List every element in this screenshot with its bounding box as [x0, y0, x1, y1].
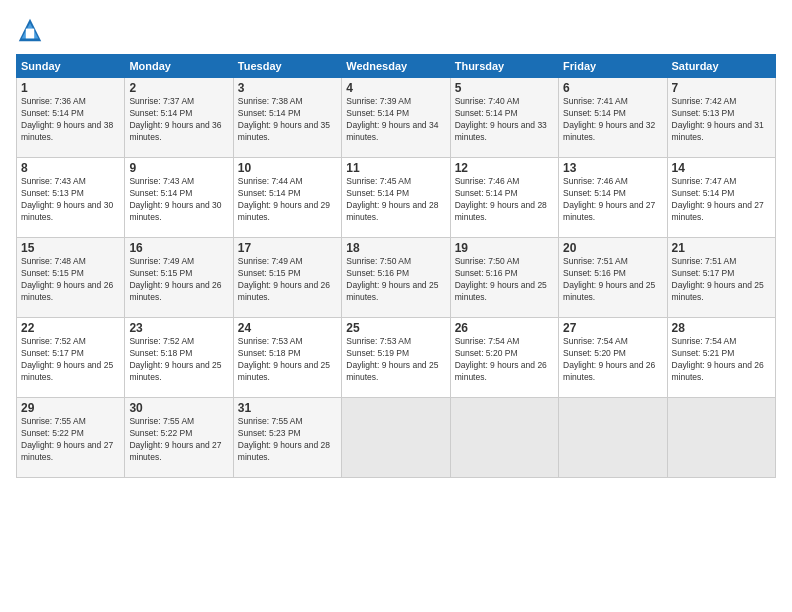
day-cell: 8 Sunrise: 7:43 AM Sunset: 5:13 PM Dayli… [17, 158, 125, 238]
day-cell [559, 398, 667, 478]
week-row-1: 1 Sunrise: 7:36 AM Sunset: 5:14 PM Dayli… [17, 78, 776, 158]
day-number: 31 [238, 401, 337, 415]
header-monday: Monday [125, 55, 233, 78]
day-number: 14 [672, 161, 771, 175]
day-cell: 22 Sunrise: 7:52 AM Sunset: 5:17 PM Dayl… [17, 318, 125, 398]
day-info: Sunrise: 7:49 AM Sunset: 5:15 PM Dayligh… [238, 256, 337, 304]
day-cell [450, 398, 558, 478]
day-cell: 21 Sunrise: 7:51 AM Sunset: 5:17 PM Dayl… [667, 238, 775, 318]
day-cell: 18 Sunrise: 7:50 AM Sunset: 5:16 PM Dayl… [342, 238, 450, 318]
week-row-2: 8 Sunrise: 7:43 AM Sunset: 5:13 PM Dayli… [17, 158, 776, 238]
day-number: 21 [672, 241, 771, 255]
day-cell: 16 Sunrise: 7:49 AM Sunset: 5:15 PM Dayl… [125, 238, 233, 318]
day-info: Sunrise: 7:49 AM Sunset: 5:15 PM Dayligh… [129, 256, 228, 304]
day-number: 11 [346, 161, 445, 175]
week-row-3: 15 Sunrise: 7:48 AM Sunset: 5:15 PM Dayl… [17, 238, 776, 318]
day-number: 26 [455, 321, 554, 335]
day-cell: 1 Sunrise: 7:36 AM Sunset: 5:14 PM Dayli… [17, 78, 125, 158]
day-number: 2 [129, 81, 228, 95]
calendar-page: SundayMondayTuesdayWednesdayThursdayFrid… [0, 0, 792, 486]
logo [16, 16, 46, 44]
day-cell: 2 Sunrise: 7:37 AM Sunset: 5:14 PM Dayli… [125, 78, 233, 158]
day-info: Sunrise: 7:40 AM Sunset: 5:14 PM Dayligh… [455, 96, 554, 144]
day-number: 9 [129, 161, 228, 175]
day-number: 20 [563, 241, 662, 255]
day-cell: 5 Sunrise: 7:40 AM Sunset: 5:14 PM Dayli… [450, 78, 558, 158]
day-cell [667, 398, 775, 478]
day-number: 18 [346, 241, 445, 255]
day-cell: 24 Sunrise: 7:53 AM Sunset: 5:18 PM Dayl… [233, 318, 341, 398]
week-row-5: 29 Sunrise: 7:55 AM Sunset: 5:22 PM Dayl… [17, 398, 776, 478]
day-info: Sunrise: 7:42 AM Sunset: 5:13 PM Dayligh… [672, 96, 771, 144]
day-cell: 30 Sunrise: 7:55 AM Sunset: 5:22 PM Dayl… [125, 398, 233, 478]
day-info: Sunrise: 7:41 AM Sunset: 5:14 PM Dayligh… [563, 96, 662, 144]
day-number: 17 [238, 241, 337, 255]
day-number: 27 [563, 321, 662, 335]
day-info: Sunrise: 7:55 AM Sunset: 5:22 PM Dayligh… [21, 416, 120, 464]
day-number: 24 [238, 321, 337, 335]
day-number: 16 [129, 241, 228, 255]
header-saturday: Saturday [667, 55, 775, 78]
day-cell: 17 Sunrise: 7:49 AM Sunset: 5:15 PM Dayl… [233, 238, 341, 318]
day-info: Sunrise: 7:53 AM Sunset: 5:19 PM Dayligh… [346, 336, 445, 384]
day-number: 7 [672, 81, 771, 95]
day-info: Sunrise: 7:38 AM Sunset: 5:14 PM Dayligh… [238, 96, 337, 144]
day-info: Sunrise: 7:55 AM Sunset: 5:22 PM Dayligh… [129, 416, 228, 464]
day-number: 10 [238, 161, 337, 175]
day-number: 4 [346, 81, 445, 95]
header [16, 16, 776, 44]
day-info: Sunrise: 7:52 AM Sunset: 5:17 PM Dayligh… [21, 336, 120, 384]
day-cell: 28 Sunrise: 7:54 AM Sunset: 5:21 PM Dayl… [667, 318, 775, 398]
day-info: Sunrise: 7:50 AM Sunset: 5:16 PM Dayligh… [455, 256, 554, 304]
header-tuesday: Tuesday [233, 55, 341, 78]
day-info: Sunrise: 7:39 AM Sunset: 5:14 PM Dayligh… [346, 96, 445, 144]
day-info: Sunrise: 7:54 AM Sunset: 5:20 PM Dayligh… [455, 336, 554, 384]
day-cell: 23 Sunrise: 7:52 AM Sunset: 5:18 PM Dayl… [125, 318, 233, 398]
day-cell: 13 Sunrise: 7:46 AM Sunset: 5:14 PM Dayl… [559, 158, 667, 238]
day-cell: 29 Sunrise: 7:55 AM Sunset: 5:22 PM Dayl… [17, 398, 125, 478]
day-cell: 4 Sunrise: 7:39 AM Sunset: 5:14 PM Dayli… [342, 78, 450, 158]
day-info: Sunrise: 7:54 AM Sunset: 5:21 PM Dayligh… [672, 336, 771, 384]
day-cell: 31 Sunrise: 7:55 AM Sunset: 5:23 PM Dayl… [233, 398, 341, 478]
day-info: Sunrise: 7:37 AM Sunset: 5:14 PM Dayligh… [129, 96, 228, 144]
day-number: 30 [129, 401, 228, 415]
svg-rect-2 [26, 29, 34, 39]
day-info: Sunrise: 7:54 AM Sunset: 5:20 PM Dayligh… [563, 336, 662, 384]
day-info: Sunrise: 7:55 AM Sunset: 5:23 PM Dayligh… [238, 416, 337, 464]
header-sunday: Sunday [17, 55, 125, 78]
day-number: 25 [346, 321, 445, 335]
day-info: Sunrise: 7:48 AM Sunset: 5:15 PM Dayligh… [21, 256, 120, 304]
day-number: 8 [21, 161, 120, 175]
day-cell: 14 Sunrise: 7:47 AM Sunset: 5:14 PM Dayl… [667, 158, 775, 238]
day-info: Sunrise: 7:51 AM Sunset: 5:16 PM Dayligh… [563, 256, 662, 304]
day-number: 29 [21, 401, 120, 415]
week-row-4: 22 Sunrise: 7:52 AM Sunset: 5:17 PM Dayl… [17, 318, 776, 398]
day-info: Sunrise: 7:50 AM Sunset: 5:16 PM Dayligh… [346, 256, 445, 304]
day-number: 22 [21, 321, 120, 335]
day-cell: 10 Sunrise: 7:44 AM Sunset: 5:14 PM Dayl… [233, 158, 341, 238]
day-info: Sunrise: 7:44 AM Sunset: 5:14 PM Dayligh… [238, 176, 337, 224]
header-wednesday: Wednesday [342, 55, 450, 78]
day-number: 12 [455, 161, 554, 175]
day-info: Sunrise: 7:46 AM Sunset: 5:14 PM Dayligh… [455, 176, 554, 224]
day-cell: 3 Sunrise: 7:38 AM Sunset: 5:14 PM Dayli… [233, 78, 341, 158]
day-info: Sunrise: 7:43 AM Sunset: 5:13 PM Dayligh… [21, 176, 120, 224]
day-info: Sunrise: 7:36 AM Sunset: 5:14 PM Dayligh… [21, 96, 120, 144]
day-info: Sunrise: 7:53 AM Sunset: 5:18 PM Dayligh… [238, 336, 337, 384]
day-number: 13 [563, 161, 662, 175]
day-info: Sunrise: 7:51 AM Sunset: 5:17 PM Dayligh… [672, 256, 771, 304]
day-info: Sunrise: 7:46 AM Sunset: 5:14 PM Dayligh… [563, 176, 662, 224]
day-number: 23 [129, 321, 228, 335]
day-number: 5 [455, 81, 554, 95]
day-cell: 9 Sunrise: 7:43 AM Sunset: 5:14 PM Dayli… [125, 158, 233, 238]
header-row: SundayMondayTuesdayWednesdayThursdayFrid… [17, 55, 776, 78]
day-info: Sunrise: 7:47 AM Sunset: 5:14 PM Dayligh… [672, 176, 771, 224]
day-info: Sunrise: 7:45 AM Sunset: 5:14 PM Dayligh… [346, 176, 445, 224]
day-number: 15 [21, 241, 120, 255]
day-cell: 20 Sunrise: 7:51 AM Sunset: 5:16 PM Dayl… [559, 238, 667, 318]
day-number: 3 [238, 81, 337, 95]
day-info: Sunrise: 7:52 AM Sunset: 5:18 PM Dayligh… [129, 336, 228, 384]
day-cell: 15 Sunrise: 7:48 AM Sunset: 5:15 PM Dayl… [17, 238, 125, 318]
calendar-table: SundayMondayTuesdayWednesdayThursdayFrid… [16, 54, 776, 478]
logo-icon [16, 16, 44, 44]
